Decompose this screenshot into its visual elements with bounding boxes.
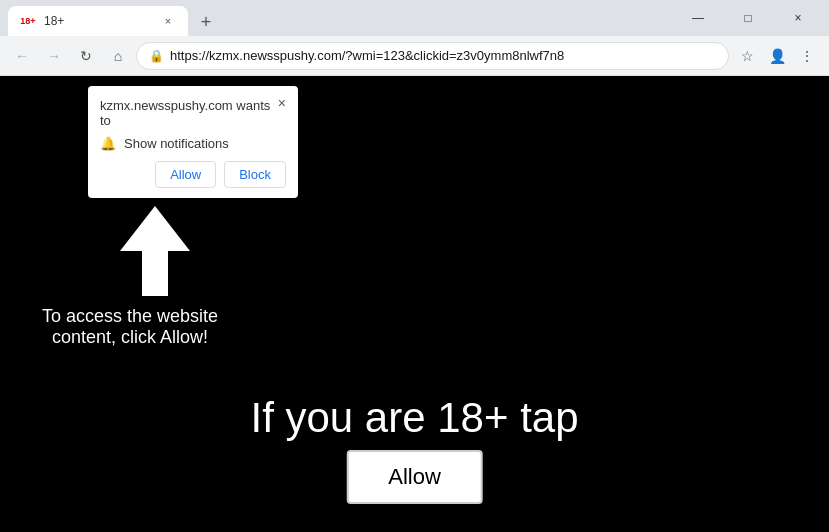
nav-right-icons: ☆ 👤 ⋮: [733, 42, 821, 70]
notification-popup: kzmx.newsspushy.com wants to × 🔔 Show no…: [88, 86, 298, 198]
address-bar[interactable]: 🔒 https://kzmx.newsspushy.com/?wmi=123&c…: [136, 42, 729, 70]
arrow-indicator: [120, 206, 190, 309]
close-button[interactable]: ×: [775, 0, 821, 36]
tab-favicon: 18+: [20, 13, 36, 29]
popup-title: kzmx.newsspushy.com wants to: [100, 98, 278, 128]
svg-marker-0: [120, 206, 190, 296]
bookmark-button[interactable]: ☆: [733, 42, 761, 70]
up-arrow-icon: [120, 206, 190, 296]
forward-button[interactable]: →: [40, 42, 68, 70]
minimize-button[interactable]: —: [675, 0, 721, 36]
popup-buttons: Allow Block: [100, 161, 286, 188]
navigation-bar: ← → ↻ ⌂ 🔒 https://kzmx.newsspushy.com/?w…: [0, 36, 829, 76]
tab-bar: 18+ 18+ × +: [8, 0, 220, 36]
popup-header: kzmx.newsspushy.com wants to ×: [100, 98, 286, 128]
popup-option-label: Show notifications: [124, 136, 229, 151]
popup-allow-button[interactable]: Allow: [155, 161, 216, 188]
title-bar: 18+ 18+ × + — □ ×: [0, 0, 829, 36]
window-controls: — □ ×: [675, 0, 821, 36]
popup-option: 🔔 Show notifications: [100, 136, 286, 151]
lock-icon: 🔒: [149, 49, 164, 63]
tab-title: 18+: [44, 14, 152, 28]
refresh-button[interactable]: ↻: [72, 42, 100, 70]
menu-button[interactable]: ⋮: [793, 42, 821, 70]
main-heading: If you are 18+ tap: [250, 394, 578, 442]
back-button[interactable]: ←: [8, 42, 36, 70]
maximize-button[interactable]: □: [725, 0, 771, 36]
bell-icon: 🔔: [100, 136, 116, 151]
page-content: kzmx.newsspushy.com wants to × 🔔 Show no…: [0, 76, 829, 532]
browser-frame: 18+ 18+ × + — □ × ← → ↻ ⌂ 🔒 https://kzmx…: [0, 0, 829, 532]
allow-button[interactable]: Allow: [346, 450, 483, 504]
popup-close-button[interactable]: ×: [278, 96, 286, 110]
tab-close-button[interactable]: ×: [160, 13, 176, 29]
popup-block-button[interactable]: Block: [224, 161, 286, 188]
instruction-text: To access the website content, click All…: [30, 306, 230, 348]
home-button[interactable]: ⌂: [104, 42, 132, 70]
url-text: https://kzmx.newsspushy.com/?wmi=123&cli…: [170, 48, 716, 63]
active-tab[interactable]: 18+ 18+ ×: [8, 6, 188, 36]
new-tab-button[interactable]: +: [192, 8, 220, 36]
profile-button[interactable]: 👤: [763, 42, 791, 70]
